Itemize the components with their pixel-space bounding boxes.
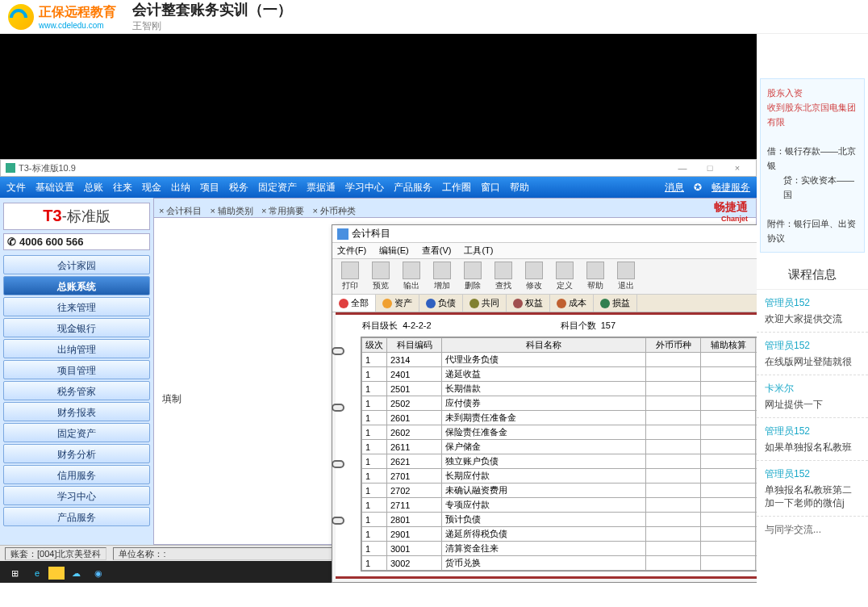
edge-icon[interactable]: e — [26, 563, 48, 583]
table-row[interactable]: 12601未到期责任准备金 — [362, 411, 757, 425]
filter-tab[interactable]: 全部 — [332, 295, 376, 312]
table-row[interactable]: 12901递延所得税负债 — [362, 527, 757, 542]
table-row[interactable]: 13002货币兑换▾ — [362, 556, 757, 571]
filter-tab[interactable]: 损益 — [594, 295, 637, 312]
sidebar-item[interactable]: 财务报表 — [3, 402, 150, 421]
menu-item[interactable]: 基础设置 — [35, 182, 74, 193]
sidebar-item[interactable]: 现金银行 — [3, 318, 150, 337]
col-header[interactable]: 科目编码 — [387, 338, 442, 353]
menu-item[interactable]: 工作圈 — [442, 182, 471, 193]
col-header[interactable]: 辅助核算 — [701, 338, 756, 353]
chat-input-hint[interactable]: 与同学交流... — [757, 517, 868, 543]
menu-item[interactable]: 固定资产 — [258, 182, 297, 193]
scroll-up[interactable]: ▴ — [756, 338, 757, 353]
doc-tab[interactable]: × 外币种类 — [312, 205, 355, 217]
dialog-toolbar: 打印预览输出增加删除查找修改定义帮助退出 — [332, 259, 757, 295]
col-header[interactable]: 外币币种 — [646, 338, 701, 353]
table-row[interactable]: 12801预计负债 — [362, 513, 757, 527]
toolbar-增加[interactable]: 增加 — [428, 262, 457, 291]
table-row[interactable]: 13001清算资金往来 — [362, 542, 757, 556]
cloud-icon[interactable]: ☁ — [65, 563, 87, 583]
table-row[interactable]: 12401递延收益 — [362, 367, 757, 382]
filter-tab[interactable]: 成本 — [550, 295, 594, 312]
toolbar-帮助[interactable]: 帮助 — [581, 262, 610, 291]
site-logo: 正保远程教育 www.cdeledu.com — [8, 4, 116, 30]
section-title: 课程信息 — [757, 261, 868, 290]
filter-tab[interactable]: 资产 — [376, 295, 419, 312]
right-panel: 股东入资 收到股东北京国电集团有限 借：银行存款——北京银 贷：实收资本——国 … — [757, 34, 868, 583]
menu-item[interactable]: 票据通 — [307, 182, 336, 193]
toolbar-打印[interactable]: 打印 — [336, 262, 365, 291]
toolbar-查找[interactable]: 查找 — [489, 262, 518, 291]
doc-tab[interactable]: × 常用摘要 — [261, 205, 304, 217]
window-titlebar: T3-标准版10.9 — □ × — [0, 159, 757, 177]
menu-item[interactable]: 文件 — [6, 182, 26, 193]
table-row[interactable]: 12711专项应付款 — [362, 498, 757, 513]
toolbar-预览[interactable]: 预览 — [366, 262, 395, 291]
table-row[interactable]: 12501长期借款 — [362, 382, 757, 396]
doc-tab[interactable]: × 会计科目 — [159, 205, 202, 217]
dialog-menu-item[interactable]: 编辑(E) — [379, 245, 409, 257]
scroll-down[interactable]: ▾ — [756, 556, 757, 571]
menu-item[interactable]: 总账 — [84, 182, 103, 193]
menu-item[interactable]: 现金 — [142, 182, 161, 193]
subject-table[interactable]: 级次科目编码科目名称外币币种辅助核算▴12314代理业务负债12401递延收益1… — [361, 337, 757, 571]
video-area: T3-标准版10.9 — □ × 文件基础设置总账往来现金出纳项目税务固定资产票… — [0, 34, 757, 583]
sidebar-item[interactable]: 总账系统 — [3, 276, 150, 295]
table-row[interactable]: 12314代理业务负债 — [362, 353, 757, 367]
table-row[interactable]: 12621独立账户负债 — [362, 454, 757, 469]
explorer-icon[interactable] — [48, 567, 65, 580]
start-button[interactable]: ⊞ — [3, 563, 26, 583]
chat-message: 卡米尔网址提供一下 — [757, 375, 868, 418]
menu-item[interactable]: 出纳 — [171, 182, 190, 193]
sidebar-item[interactable]: 会计家园 — [3, 255, 150, 274]
table-row[interactable]: 12611保户储金 — [362, 440, 757, 454]
table-row[interactable]: 12701长期应付款 — [362, 469, 757, 484]
count-label: 科目个数 — [561, 320, 596, 330]
filter-tab[interactable]: 共同 — [463, 295, 507, 312]
sidebar-item[interactable]: 固定资产 — [3, 423, 150, 442]
menu-item[interactable]: 帮助 — [510, 182, 529, 193]
table-row[interactable]: 12502应付债券 — [362, 396, 757, 411]
service-link[interactable]: 畅捷服务 — [712, 181, 750, 195]
minimize-button[interactable]: — — [669, 163, 696, 173]
menu-item[interactable]: 往来 — [113, 182, 132, 193]
dialog-menu-item[interactable]: 查看(V) — [422, 245, 452, 257]
menu-item[interactable]: 学习中心 — [345, 182, 384, 193]
sidebar-item[interactable]: 信用服务 — [3, 465, 150, 484]
table-row[interactable]: 12602保险责任准备金 — [362, 425, 757, 440]
product-brand: T3-标准版 — [3, 203, 150, 230]
dialog-menu-item[interactable]: 文件(F) — [337, 245, 366, 257]
table-row[interactable]: 12702未确认融资费用 — [362, 484, 757, 498]
toolbar-定义[interactable]: 定义 — [550, 262, 579, 291]
ledger-binder: 科目级长 4-2-2-2 科目个数 157 级次科目编码科目名称外币币种辅助核算… — [336, 312, 757, 579]
toolbar-修改[interactable]: 修改 — [520, 262, 549, 291]
sidebar-item[interactable]: 税务管家 — [3, 381, 150, 400]
menu-item[interactable]: 窗口 — [481, 182, 500, 193]
filter-tab[interactable]: 负债 — [419, 295, 463, 312]
col-header[interactable]: 科目名称 — [442, 338, 646, 353]
sidebar-item[interactable]: 产品服务 — [3, 507, 150, 526]
sidebar-item[interactable]: 项目管理 — [3, 360, 150, 379]
filter-tab[interactable]: 权益 — [507, 295, 550, 312]
toolbar-输出[interactable]: 输出 — [397, 262, 426, 291]
app-icon[interactable]: ◉ — [87, 563, 110, 583]
sidebar-item[interactable]: 往来管理 — [3, 297, 150, 316]
maximize-button[interactable]: □ — [696, 163, 724, 173]
menu-item[interactable]: 项目 — [200, 182, 219, 193]
menu-item[interactable]: 税务 — [229, 182, 248, 193]
level-value: 4-2-2-2 — [403, 320, 431, 330]
col-header[interactable]: 级次 — [362, 338, 387, 353]
messages-link[interactable]: 消息 — [665, 181, 684, 195]
brand-url: www.cdeledu.com — [39, 21, 116, 30]
toolbar-退出[interactable]: 退出 — [611, 262, 641, 291]
sidebar-item[interactable]: 出纳管理 — [3, 339, 150, 358]
doc-tab[interactable]: × 辅助类别 — [210, 205, 252, 217]
close-button[interactable]: × — [724, 163, 751, 173]
page-header: 正保远程教育 www.cdeledu.com 会计整套账务实训（一） 王智刚 — [0, 0, 868, 34]
dialog-menu-item[interactable]: 工具(T) — [464, 245, 493, 257]
sidebar-item[interactable]: 财务分析 — [3, 444, 150, 463]
sidebar-item[interactable]: 学习中心 — [3, 486, 150, 505]
toolbar-删除[interactable]: 删除 — [458, 262, 487, 291]
menu-item[interactable]: 产品服务 — [394, 182, 432, 193]
